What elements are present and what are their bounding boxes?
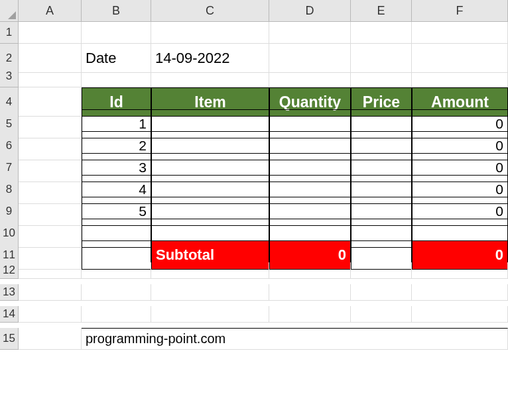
- cell-b12[interactable]: [82, 262, 151, 279]
- col-head-b[interactable]: B: [82, 0, 151, 22]
- spreadsheet: A B C D E F 1 2 Date 14-09-2022 3 4 Id I…: [0, 0, 508, 350]
- cell-c13[interactable]: [151, 284, 269, 301]
- col-head-a[interactable]: A: [19, 0, 82, 22]
- cell-e13[interactable]: [351, 284, 412, 301]
- cell-c14[interactable]: [151, 306, 269, 323]
- cell-c3[interactable]: [151, 66, 269, 87]
- footer-cell[interactable]: programming-point.com: [82, 328, 508, 350]
- row-head-12[interactable]: 12: [0, 262, 19, 279]
- cell-e14[interactable]: [351, 306, 412, 323]
- col-head-c[interactable]: C: [151, 0, 269, 22]
- cell-e12[interactable]: [351, 262, 412, 279]
- cell-a14[interactable]: [19, 306, 82, 323]
- col-head-d[interactable]: D: [269, 0, 351, 22]
- cell-d12[interactable]: [269, 262, 351, 279]
- cell-b14[interactable]: [82, 306, 151, 323]
- cell-a15[interactable]: [19, 328, 82, 350]
- row-head-13[interactable]: 13: [0, 284, 19, 301]
- cell-e1[interactable]: [351, 22, 412, 44]
- cell-a3[interactable]: [19, 66, 82, 87]
- cell-b13[interactable]: [82, 284, 151, 301]
- cell-b3[interactable]: [82, 66, 151, 87]
- cell-f13[interactable]: [412, 284, 508, 301]
- cell-a13[interactable]: [19, 284, 82, 301]
- cell-d1[interactable]: [269, 22, 351, 44]
- cell-a1[interactable]: [19, 22, 82, 44]
- row-head-15[interactable]: 15: [0, 328, 19, 350]
- cell-c1[interactable]: [151, 22, 269, 44]
- cell-a12[interactable]: [19, 262, 82, 279]
- col-head-f[interactable]: F: [412, 0, 508, 22]
- cell-f14[interactable]: [412, 306, 508, 323]
- cell-f1[interactable]: [412, 22, 508, 44]
- select-all-corner[interactable]: [0, 0, 19, 22]
- cell-e3[interactable]: [351, 66, 412, 87]
- cell-f3[interactable]: [412, 66, 508, 87]
- cell-c12[interactable]: [151, 262, 269, 279]
- col-head-e[interactable]: E: [351, 0, 412, 22]
- row-head-3[interactable]: 3: [0, 66, 19, 87]
- cell-d14[interactable]: [269, 306, 351, 323]
- cell-d3[interactable]: [269, 66, 351, 87]
- cell-d13[interactable]: [269, 284, 351, 301]
- row-head-14[interactable]: 14: [0, 306, 19, 323]
- cell-b1[interactable]: [82, 22, 151, 44]
- row-head-1[interactable]: 1: [0, 22, 19, 44]
- cell-f12[interactable]: [412, 262, 508, 279]
